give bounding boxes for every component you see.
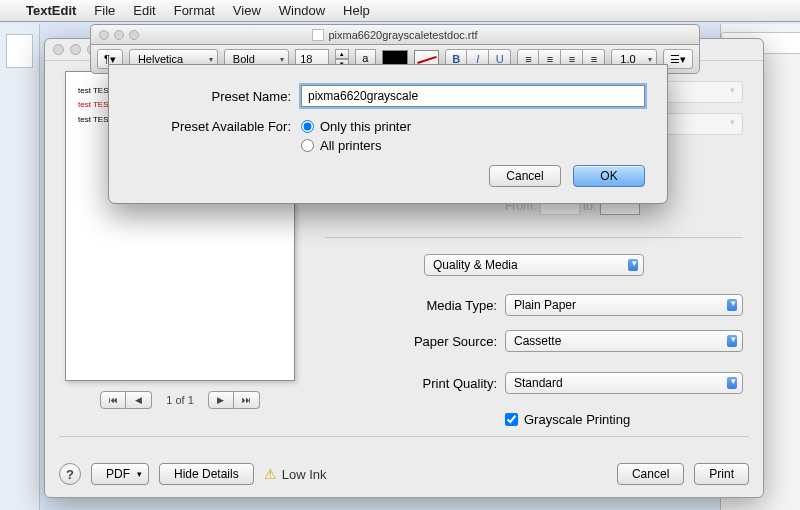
last-page-button[interactable]: ⏭ xyxy=(234,391,260,409)
document-title: pixma6620grayscaletestdoc.rtf xyxy=(328,29,477,41)
paper-source-select[interactable]: Cassette xyxy=(505,330,743,352)
menu-view[interactable]: View xyxy=(233,3,261,18)
save-preset-dialog: Preset Name: Preset Available For: Only … xyxy=(108,64,668,204)
print-quality-select[interactable]: Standard xyxy=(505,372,743,394)
menu-edit[interactable]: Edit xyxy=(133,3,155,18)
separator xyxy=(59,436,749,437)
menu-window[interactable]: Window xyxy=(279,3,325,18)
warning-icon: ⚠ xyxy=(264,466,277,482)
grayscale-label: Grayscale Printing xyxy=(524,412,630,427)
separator xyxy=(325,237,743,238)
first-page-button[interactable]: ⏮ xyxy=(100,391,126,409)
paper-source-label: Paper Source: xyxy=(325,334,497,349)
menu-file[interactable]: File xyxy=(94,3,115,18)
app-name[interactable]: TextEdit xyxy=(26,3,76,18)
print-button[interactable]: Print xyxy=(694,463,749,485)
preset-ok-button[interactable]: OK xyxy=(573,165,645,187)
next-page-button[interactable]: ▶ xyxy=(208,391,234,409)
section-value: Quality & Media xyxy=(433,258,518,272)
document-icon xyxy=(312,29,324,41)
preview-nav: ⏮ ◀ 1 of 1 ▶ ⏭ xyxy=(65,391,295,409)
page-indicator: 1 of 1 xyxy=(166,394,194,406)
preset-cancel-button[interactable]: Cancel xyxy=(489,165,561,187)
preset-available-label: Preset Available For: xyxy=(131,119,291,134)
preset-name-input[interactable] xyxy=(301,85,645,107)
menu-help[interactable]: Help xyxy=(343,3,370,18)
print-dialog-buttons: ? PDF Hide Details ⚠ Low Ink Cancel Prin… xyxy=(59,463,749,485)
hide-details-button[interactable]: Hide Details xyxy=(159,463,254,485)
background-sidebar xyxy=(0,24,40,510)
low-ink-warning: ⚠ Low Ink xyxy=(264,466,327,482)
print-options: Quality & Media Media Type: Plain Paper … xyxy=(325,221,743,427)
grayscale-checkbox[interactable] xyxy=(505,412,518,427)
all-printers-radio[interactable]: All printers xyxy=(301,138,411,153)
print-quality-label: Print Quality: xyxy=(325,376,497,391)
sidebar-thumb xyxy=(6,34,33,68)
document-titlebar[interactable]: pixma6620grayscaletestdoc.rtf xyxy=(90,24,700,44)
help-button[interactable]: ? xyxy=(59,463,81,485)
print-section-select[interactable]: Quality & Media xyxy=(424,254,644,276)
media-type-label: Media Type: xyxy=(325,298,497,313)
system-menubar: TextEdit File Edit Format View Window He… xyxy=(0,0,800,22)
cancel-button[interactable]: Cancel xyxy=(617,463,684,485)
media-type-select[interactable]: Plain Paper xyxy=(505,294,743,316)
traffic-lights[interactable] xyxy=(99,30,139,40)
preset-name-label: Preset Name: xyxy=(131,89,291,104)
pdf-menu-button[interactable]: PDF xyxy=(91,463,149,485)
menu-format[interactable]: Format xyxy=(174,3,215,18)
only-this-printer-radio[interactable]: Only this printer xyxy=(301,119,411,134)
prev-page-button[interactable]: ◀ xyxy=(126,391,152,409)
